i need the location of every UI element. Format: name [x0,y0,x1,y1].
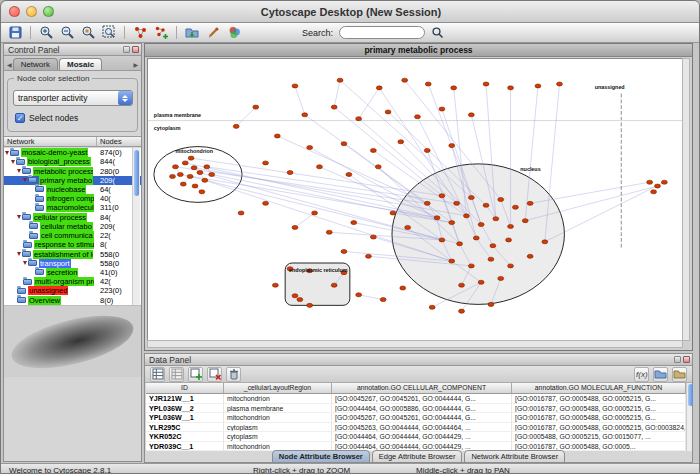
graph-node[interactable] [405,225,411,229]
graph-node[interactable] [380,298,386,302]
graph-node[interactable] [508,264,514,268]
graph-node[interactable] [375,165,381,169]
graph-node[interactable] [478,222,484,226]
select-attributes-button[interactable] [150,367,165,382]
expander-icon[interactable] [23,261,27,265]
tree-item-secretion[interactable]: secretion41(0) [4,268,141,277]
graph-node[interactable] [312,211,318,215]
graph-node[interactable] [209,172,215,176]
graph-node[interactable] [415,115,421,119]
expander-icon[interactable] [5,151,9,155]
graph-node[interactable] [488,302,494,306]
tab-mosaic[interactable]: Mosaic [59,58,102,70]
expander-icon[interactable] [17,252,21,256]
select-first-neighbors-button[interactable] [131,24,149,41]
graph-node[interactable] [346,172,352,176]
graph-node[interactable] [272,283,278,287]
close-panel-button[interactable] [132,46,139,53]
tree-item-response-to-stimu[interactable]: response to stimu8( [4,240,141,249]
graph-node[interactable] [263,201,269,205]
graph-node[interactable] [400,286,406,290]
graph-node[interactable] [187,174,193,178]
graph-node[interactable] [512,205,518,209]
graph-node[interactable] [522,219,528,223]
window-titlebar[interactable]: Cytoscape Desktop (New Session) [1,1,700,23]
graph-node[interactable] [199,190,205,194]
tree-column-network[interactable]: Network [4,137,97,146]
search-button[interactable] [428,24,446,41]
graph-node[interactable] [459,309,465,313]
graph-node[interactable] [341,249,347,253]
expander-icon[interactable] [11,160,15,164]
graph-node[interactable] [287,171,293,175]
graph-node[interactable] [449,144,455,148]
graph-node[interactable] [331,105,337,109]
graph-node[interactable] [459,283,465,287]
formula-builder-button[interactable]: f(x) [634,367,649,382]
vizmapper-button[interactable] [225,24,243,41]
graph-node[interactable] [473,236,479,240]
tab-edge-attribute-browser[interactable]: Edge Attribute Browser [372,450,463,463]
graph-node[interactable] [188,156,194,160]
tree-item-cellular-process[interactable]: cellular process84( [4,213,141,222]
graph-node[interactable] [376,86,382,90]
graph-node[interactable] [351,221,357,225]
graph-node[interactable] [651,190,657,194]
graph-node[interactable] [508,86,514,90]
tree-scrollbar-thumb[interactable] [134,150,139,196]
graph-node[interactable] [366,254,372,258]
tree-item-metabolic-process[interactable]: metabolic process280(0 [4,166,141,175]
graph-node[interactable] [170,174,176,178]
graph-node[interactable] [274,134,280,138]
graph-node[interactable] [457,242,463,246]
tree-item-unassigned[interactable]: unassigned223(0) [4,286,141,295]
unselect-attributes-button[interactable] [169,367,184,382]
float-data-panel-button[interactable] [674,356,681,363]
tab-node-attribute-browser[interactable]: Node Attribute Browser [272,450,370,463]
graph-node[interactable] [449,221,455,225]
graph-node[interactable] [177,172,183,176]
select-nodes-checkbox[interactable]: ✓ [15,113,25,123]
graph-node[interactable] [468,113,474,117]
search-input[interactable] [339,26,425,39]
graph-node[interactable] [263,161,269,165]
graph-node[interactable] [478,280,484,284]
tree-column-nodes[interactable]: Nodes [97,137,141,146]
graph-node[interactable] [449,259,455,263]
table-scrollbar-thumb[interactable] [688,384,693,406]
tree-item-mosaic-demo-yeast[interactable]: mosaic-demo-yeast874(0) [4,148,141,157]
zoom-in-button[interactable] [37,24,55,41]
column-header-region[interactable]: _cellularLayoutRegion [224,383,332,394]
new-network-from-selection-button[interactable] [152,24,170,41]
graph-node[interactable] [370,148,376,152]
graph-node[interactable] [253,105,259,109]
graph-node[interactable] [498,276,504,280]
graph-node[interactable] [307,303,313,307]
export-attributes-button[interactable] [672,367,687,382]
tree-item-primary-metabo[interactable]: primary metabo209( [4,176,141,185]
zoom-fit-button[interactable] [100,24,118,41]
graph-node[interactable] [197,171,203,175]
graph-node[interactable] [490,244,496,248]
tree-item-transport[interactable]: transport558(0 [4,259,141,268]
graph-node[interactable] [483,203,489,207]
tab-scroll-left-icon[interactable]: ◀ [6,61,13,70]
graph-node[interactable] [402,78,408,82]
tree-item-macromolecule[interactable]: macromolecule311(0 [4,203,141,212]
graph-node[interactable] [439,107,445,111]
canvas-hscrollbar[interactable] [147,340,683,348]
graph-node[interactable] [451,86,457,90]
clear-attributes-button[interactable] [226,367,241,382]
graph-node[interactable] [506,238,512,242]
graph-node[interactable] [488,257,494,261]
tree-item-cell-communica[interactable]: cell communica22( [4,231,141,240]
import-attributes-button[interactable] [653,367,668,382]
graph-node[interactable] [464,214,470,218]
graph-node[interactable] [337,78,343,82]
graph-node[interactable] [468,264,474,268]
graph-node[interactable] [661,180,667,184]
tree-item-nucleobase[interactable]: nucleobase64( [4,185,141,194]
table-row[interactable]: YPL036W__1mitochondrion[GO:0045267, GO:0… [146,413,692,423]
graph-node[interactable] [385,110,391,114]
graph-node[interactable] [535,84,541,88]
